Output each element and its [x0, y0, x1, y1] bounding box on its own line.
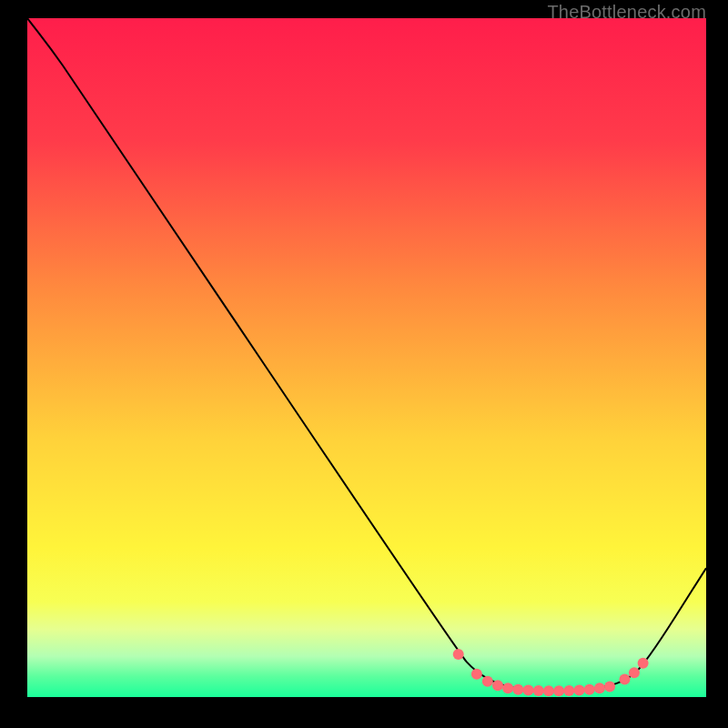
data-marker: [629, 667, 640, 678]
data-marker: [594, 682, 605, 693]
data-marker: [543, 685, 554, 696]
data-marker: [512, 684, 523, 695]
bottleneck-chart: [27, 18, 706, 697]
data-marker: [533, 685, 544, 696]
data-marker: [553, 685, 564, 696]
data-marker: [523, 685, 534, 696]
data-marker: [584, 684, 595, 695]
data-marker: [619, 674, 630, 685]
data-marker: [492, 680, 503, 691]
data-marker: [574, 685, 585, 696]
data-marker: [453, 649, 464, 660]
data-marker: [563, 685, 574, 696]
data-marker: [471, 669, 482, 680]
data-marker: [482, 676, 493, 687]
gradient-background: [27, 18, 706, 697]
chart-frame: [27, 18, 706, 697]
data-marker: [502, 682, 513, 693]
data-marker: [638, 658, 649, 669]
data-marker: [604, 681, 615, 692]
